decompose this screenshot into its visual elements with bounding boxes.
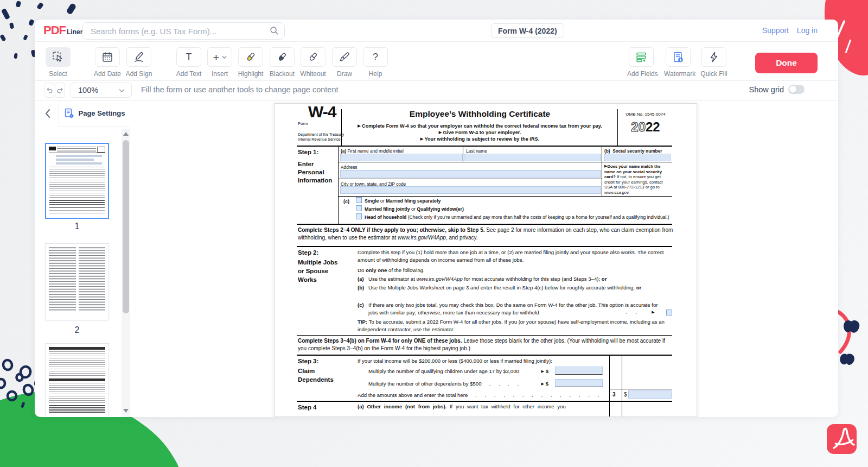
page-settings-icon: [64, 108, 75, 119]
married-jointly-checkbox[interactable]: [356, 205, 362, 211]
page-thumbnail-1[interactable]: [45, 143, 109, 219]
scrollbar-thumb[interactable]: [123, 140, 129, 313]
omb-number: OMB No. 1545-0074: [619, 111, 672, 118]
tool-label: Draw: [330, 70, 359, 78]
ssn-label: Social security number: [612, 148, 662, 154]
tool-add-date[interactable]: Add Date: [93, 47, 122, 78]
steps-3-4b-note: Complete Steps 3–4(b) on Form W-4 for on…: [298, 337, 673, 352]
sidebar-header: Page Settings: [35, 100, 130, 127]
show-grid-label: Show grid: [749, 85, 784, 94]
tool-whiteout[interactable]: Whiteout: [299, 47, 327, 78]
logo-liner-text: Liner: [67, 28, 82, 36]
chevron-left-icon: [44, 109, 51, 118]
undo-button[interactable]: [44, 83, 54, 98]
zoom-select[interactable]: 100%: [71, 83, 132, 98]
page-thumbnail-2[interactable]: [45, 243, 109, 320]
toolbar-hint-text: Fill the form or use another tools to ch…: [141, 85, 339, 94]
arrow-icon: ▶: [358, 124, 360, 128]
tool-label: Whiteout: [299, 70, 327, 78]
step2-name: Multiple Jobs: [298, 258, 337, 266]
search-bar[interactable]: [82, 22, 285, 40]
tool-label: Add Fields: [627, 70, 655, 78]
search-input[interactable]: [90, 23, 265, 39]
address-field[interactable]: [340, 170, 601, 178]
head-of-household-checkbox[interactable]: [356, 213, 362, 219]
arrow-icon: ▶: [541, 369, 544, 373]
step3-name: Dependents: [298, 376, 334, 383]
tool-label: Add Text: [175, 70, 203, 78]
zoom-value: 100%: [78, 86, 98, 94]
page-settings-button[interactable]: Page Settings: [59, 100, 130, 127]
search-icon: [269, 26, 279, 37]
scroll-down-arrow[interactable]: [123, 409, 129, 413]
pdf-logo-icon: [827, 424, 857, 454]
tool-label: Insert: [206, 70, 234, 78]
tool-add-text[interactable]: T Add Text: [175, 47, 203, 78]
sidebar-scrollbar[interactable]: [122, 129, 130, 417]
show-grid-toggle[interactable]: [788, 85, 805, 94]
step3-children-line: Multiply the number of qualifying childr…: [368, 368, 548, 375]
tool-label: Select: [44, 70, 72, 78]
collapse-sidebar-button[interactable]: [41, 107, 54, 120]
navy-blob-right-2: [840, 354, 854, 365]
sub-toolbar: 100% Fill the form or use another tools …: [35, 80, 838, 101]
form-number: W-4: [308, 108, 336, 116]
question-mark-icon: ?: [363, 47, 388, 67]
tool-add-sign[interactable]: Add Sign: [125, 47, 153, 78]
steps-2-4-note: Complete Steps 2–4 ONLY if they apply to…: [298, 226, 673, 242]
tool-select[interactable]: Select: [44, 47, 72, 78]
page-number-label: 2: [45, 325, 109, 335]
step3-line1: If your total income will be $200,000 or…: [358, 357, 607, 365]
pdfliner-logo[interactable]: PDF Liner: [43, 23, 82, 37]
tool-blackout[interactable]: Blackout: [268, 47, 296, 78]
page-thumbnail-3[interactable]: [45, 343, 109, 417]
tool-watermark[interactable]: Watermark: [664, 47, 692, 78]
tool-highlight[interactable]: Highlight: [237, 47, 265, 78]
qualifying-children-amount-field[interactable]: [555, 367, 603, 375]
tool-add-fields[interactable]: Add Fields: [627, 47, 655, 78]
form-word: Form: [298, 120, 308, 128]
step4-label: Step 4: [298, 403, 317, 411]
city-field[interactable]: [340, 186, 601, 194]
step1-name: Personal: [298, 168, 324, 176]
dept-line-1: Department of the Treasury: [298, 132, 344, 137]
step3-total-field[interactable]: [628, 390, 672, 399]
tool-help[interactable]: ? Help: [361, 47, 390, 78]
last-name-field[interactable]: [464, 154, 601, 161]
done-button[interactable]: Done: [755, 53, 818, 73]
tool-draw[interactable]: Draw: [330, 47, 359, 78]
step2-name: Works: [298, 276, 317, 283]
tool-label: Highlight: [237, 70, 265, 78]
two-jobs-checkbox[interactable]: [666, 310, 672, 315]
step3-total-line: Add the amounts above and enter the tota…: [358, 392, 606, 399]
first-name-field[interactable]: [340, 154, 463, 161]
blackout-brush-icon: [270, 47, 295, 67]
chevron-down-icon: [119, 89, 125, 93]
scroll-up-arrow[interactable]: [123, 132, 129, 136]
step1-name: Enter: [298, 160, 314, 168]
undo-icon: [46, 86, 53, 94]
single-checkbox[interactable]: [356, 197, 362, 203]
login-link[interactable]: Log in: [797, 26, 818, 35]
page-settings-label: Page Settings: [79, 109, 125, 117]
support-link[interactable]: Support: [762, 26, 789, 35]
redo-button[interactable]: [55, 83, 65, 98]
arrow-icon: ▶: [439, 130, 442, 134]
tool-label: Watermark: [664, 70, 692, 78]
watermark-icon: [666, 47, 691, 67]
step2-label: Step 2:: [298, 249, 318, 256]
tool-label: Quick Fill: [700, 70, 728, 78]
ssn-field[interactable]: [604, 154, 671, 161]
dollar-sign: $: [624, 391, 627, 399]
other-dependents-amount-field[interactable]: [555, 379, 603, 387]
tool-quick-fill[interactable]: Quick Fill: [700, 47, 728, 78]
tool-insert[interactable]: + Insert: [206, 47, 234, 78]
plus-icon: +: [207, 47, 232, 67]
tool-label: Help: [361, 70, 390, 78]
highlight-brush-icon: [238, 47, 263, 67]
step2-option-b: Use the Multiple Jobs Worksheet on page …: [368, 284, 661, 292]
add-fields-icon: [629, 47, 654, 67]
step1-name: Information: [298, 176, 332, 184]
tool-label: Blackout: [268, 70, 296, 78]
page-number-label: 1: [45, 222, 109, 231]
